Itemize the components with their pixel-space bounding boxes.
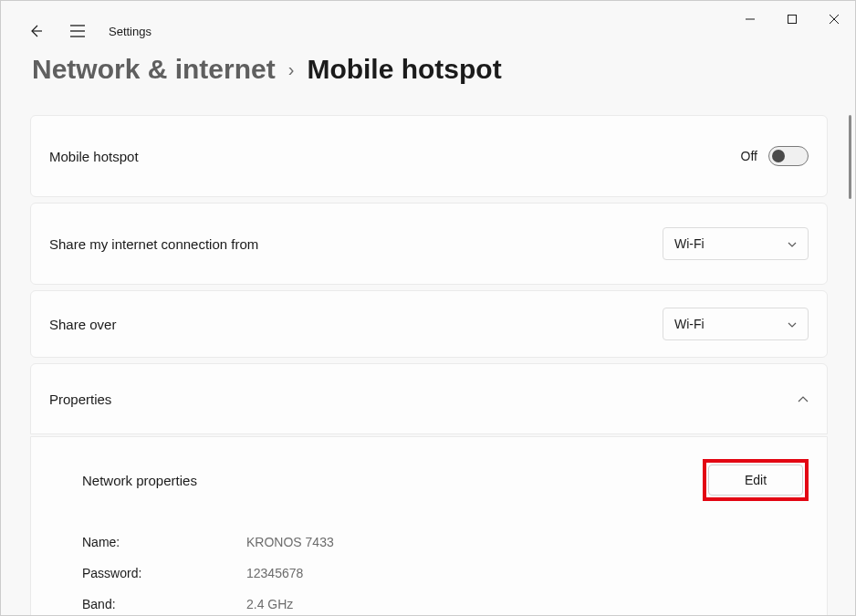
property-password-row: Password: 12345678	[82, 558, 809, 589]
card-share-from: Share my internet connection from Wi-Fi	[30, 203, 828, 285]
breadcrumb: Network & internet › Mobile hotspot	[32, 54, 502, 85]
property-name-value: KRONOS 7433	[246, 535, 334, 549]
breadcrumb-parent[interactable]: Network & internet	[32, 54, 276, 85]
edit-button[interactable]: Edit	[708, 465, 803, 496]
hamburger-icon	[70, 25, 85, 37]
edit-highlight: Edit	[703, 459, 809, 501]
minimize-icon	[746, 15, 755, 24]
window-controls	[729, 1, 855, 37]
close-icon	[830, 15, 839, 24]
maximize-icon	[788, 15, 797, 24]
share-from-dropdown[interactable]: Wi-Fi	[663, 227, 809, 260]
network-properties-row: Network properties Edit	[82, 459, 809, 501]
card-mobile-hotspot: Mobile hotspot Off	[30, 115, 828, 197]
svg-rect-1	[788, 16, 797, 24]
property-band-label: Band:	[82, 597, 246, 611]
share-from-selected: Wi-Fi	[674, 236, 705, 251]
minimize-button[interactable]	[729, 5, 771, 34]
scrollbar[interactable]	[849, 115, 851, 199]
maximize-button[interactable]	[771, 5, 813, 34]
network-properties-label: Network properties	[82, 473, 197, 488]
share-over-selected: Wi-Fi	[674, 317, 705, 331]
settings-content: Mobile hotspot Off Share my internet con…	[30, 115, 828, 615]
back-arrow-icon	[28, 24, 43, 38]
property-password-value: 12345678	[246, 566, 303, 580]
property-name-label: Name:	[82, 535, 246, 549]
properties-body: Network properties Edit Name: KRONOS 743…	[30, 436, 828, 616]
nav-menu-button[interactable]	[61, 15, 94, 47]
hotspot-toggle-wrap: Off	[741, 146, 809, 166]
properties-label: Properties	[49, 392, 111, 407]
app-title: Settings	[109, 25, 151, 38]
property-name-row: Name: KRONOS 7433	[82, 527, 809, 558]
chevron-right-icon: ›	[288, 59, 295, 80]
properties-expander[interactable]: Properties	[30, 363, 828, 434]
hotspot-toggle-state: Off	[741, 149, 757, 163]
network-properties-list: Name: KRONOS 7433 Password: 12345678 Ban…	[82, 527, 809, 616]
chevron-down-icon	[788, 319, 797, 329]
property-password-label: Password:	[82, 566, 246, 580]
hotspot-toggle[interactable]	[768, 146, 809, 166]
mobile-hotspot-label: Mobile hotspot	[49, 149, 139, 164]
share-over-dropdown[interactable]: Wi-Fi	[663, 308, 809, 340]
back-button[interactable]	[19, 15, 52, 47]
share-from-label: Share my internet connection from	[49, 236, 258, 252]
share-over-label: Share over	[49, 317, 116, 332]
close-button[interactable]	[813, 5, 855, 34]
property-band-row: Band: 2.4 GHz	[82, 589, 809, 616]
chevron-down-icon	[788, 239, 797, 249]
card-share-over: Share over Wi-Fi	[30, 290, 828, 358]
page-title: Mobile hotspot	[307, 54, 501, 85]
toggle-knob-icon	[772, 150, 785, 162]
top-nav: Settings	[19, 15, 151, 47]
property-band-value: 2.4 GHz	[246, 597, 293, 611]
chevron-up-icon	[798, 391, 809, 407]
